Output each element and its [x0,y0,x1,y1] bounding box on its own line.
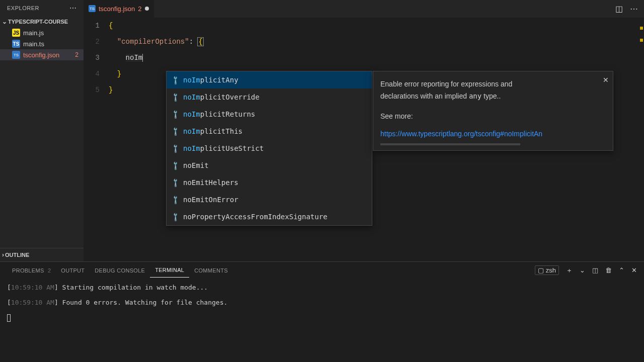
line-number: 2 [84,34,100,50]
autocomplete-label: noEmitOnError [183,194,238,205]
doc-see-more: See more: [380,111,606,123]
file-name: main.js [23,29,44,37]
file-item-tsconfig[interactable]: TS tsconfig.json 2 [0,49,84,60]
autocomplete-item[interactable]: 🔧 noPropertyAccessFromIndexSignature [167,208,372,225]
panel-actions: ▢ zsh ＋ ⌄ ◫ 🗑 ⌃ ✕ [535,265,637,275]
autocomplete-label: noEmit [183,160,209,171]
property-icon: 🔧 [169,210,182,223]
autocomplete-item[interactable]: 🔧 noImplicitThis [167,123,372,140]
split-terminal-icon[interactable]: ◫ [592,266,598,274]
sidebar: EXPLORER ⋯ ⌄ TYPESCRIPT-COURSE JS main.j… [0,0,84,261]
autocomplete-item[interactable]: 🔧 noEmit [167,157,372,174]
scrollbar[interactable] [638,18,644,261]
code-editor[interactable]: 1 2 3 4 5 { "compilerOptions": { noIm } … [84,18,644,261]
outline-header[interactable]: › OUTLINE [0,248,84,261]
kill-terminal-icon[interactable]: 🗑 [605,266,612,274]
line-number: 5 [84,82,100,98]
tab-label: tsconfig.json [99,5,135,13]
code-text: { [109,22,113,30]
code-text: "compilerOptions" [117,38,189,46]
new-terminal-icon[interactable]: ＋ [566,266,573,275]
close-panel-icon[interactable]: ✕ [631,266,637,274]
dirty-indicator-icon [145,7,149,11]
tab-tsconfig[interactable]: TS tsconfig.json 2 [84,0,154,18]
editor-actions: ◫ ⋯ [615,0,644,18]
terminal-line: [10:59:10 AM] Starting compilation in wa… [7,282,637,294]
panel-tab-comments[interactable]: COMMENTS [189,263,233,278]
code-text [109,54,126,62]
chevron-right-icon: › [2,251,4,258]
autocomplete-item[interactable]: 🔧 noImplicitAny [167,71,372,88]
property-icon: 🔧 [169,176,182,189]
autocomplete-label: noImplicitUseStrict [183,143,264,154]
doc-text: Enable error reporting for expressions a… [380,78,606,103]
file-name: tsconfig.json [23,51,59,59]
doc-link[interactable]: https://www.typescriptlang.org/tsconfig#… [380,130,542,138]
panel-tab-problems[interactable]: PROBLEMS 2 [7,263,56,278]
file-item-main-js[interactable]: JS main.js [0,27,84,38]
more-actions-icon[interactable]: ⋯ [630,4,638,14]
property-icon: 🔧 [169,108,182,121]
explorer-header: EXPLORER ⋯ [0,0,84,16]
terminal-line: [10:59:10 AM] Found 0 errors. Watching f… [7,297,637,309]
code-text: noIm [126,54,143,62]
property-icon: 🔧 [169,90,182,104]
line-number: 3 [84,50,100,66]
line-number: 1 [84,18,100,34]
autocomplete-label: noEmitHelpers [183,177,238,188]
autocomplete-item[interactable]: 🔧 noImplicitReturns [167,106,372,123]
code-text: } [109,86,113,94]
gutter: 1 2 3 4 5 [84,18,109,261]
folder-header[interactable]: ⌄ TYPESCRIPT-COURSE [0,16,84,27]
shell-name: zsh [546,266,556,274]
panel-tabs: PROBLEMS 2 OUTPUT DEBUG CONSOLE TERMINAL… [0,262,644,279]
property-icon: 🔧 [169,73,182,86]
property-icon: 🔧 [169,159,182,172]
line-number: 4 [84,66,100,82]
maximize-panel-icon[interactable]: ⌃ [619,266,624,274]
code-text: } [109,70,121,78]
problems-count: 2 [48,267,51,274]
autocomplete-item[interactable]: 🔧 noImplicitOverride [167,88,372,106]
doc-scrollbar[interactable] [380,143,520,145]
autocomplete-label: noPropertyAccessFromIndexSignature [183,211,328,222]
file-item-main-ts[interactable]: TS main.ts [0,38,84,49]
tab-bar: TS tsconfig.json 2 ◫ ⋯ [84,0,644,18]
doc-popup: ✕ Enable error reporting for expressions… [373,71,613,151]
js-file-icon: JS [12,29,20,37]
ts-file-icon: TS [12,40,20,48]
chevron-down-icon: ⌄ [2,18,7,25]
autocomplete-label: noImplicitReturns [183,109,255,120]
terminal-dropdown-icon[interactable]: ⌄ [580,266,585,274]
explorer-title: EXPLORER [7,5,39,11]
autocomplete-label: noImplicitAny [183,74,238,85]
outline-label: OUTLINE [5,252,29,258]
shell-selector[interactable]: ▢ zsh [535,265,559,275]
more-icon[interactable]: ⋯ [69,4,77,12]
autocomplete-item[interactable]: 🔧 noImplicitUseStrict [167,140,372,157]
folder-name: TYPESCRIPT-COURSE [8,19,68,25]
autocomplete-item[interactable]: 🔧 noEmitHelpers [167,174,372,191]
property-icon: 🔧 [169,193,182,206]
code-lines: { "compilerOptions": { noIm } } 🔧 noImpl… [109,18,644,261]
json-file-icon: TS [89,5,96,12]
autocomplete-label: noImplicitThis [183,126,243,137]
code-text: : [189,38,198,46]
autocomplete-popup: 🔧 noImplicitAny 🔧 noImplicitOverride 🔧 n… [166,71,372,226]
autocomplete-item[interactable]: 🔧 noEmitOnError [167,191,372,208]
terminal[interactable]: [10:59:10 AM] Starting compilation in wa… [0,279,644,362]
panel-tab-output[interactable]: OUTPUT [56,263,90,278]
code-text: { [197,37,203,46]
close-icon[interactable]: ✕ [603,74,609,86]
terminal-prompt [7,312,637,324]
problems-badge: 2 [75,51,78,58]
property-icon: 🔧 [169,142,182,155]
panel-tab-terminal[interactable]: TERMINAL [150,263,189,278]
terminal-icon: ▢ [538,266,544,274]
panel-tab-debug[interactable]: DEBUG CONSOLE [90,263,150,278]
file-tree: JS main.js TS main.ts TS tsconfig.json 2 [0,27,84,248]
json-file-icon: TS [12,51,20,59]
file-name: main.ts [23,40,44,48]
editor-area: TS tsconfig.json 2 ◫ ⋯ 1 2 3 4 5 { "comp… [84,0,644,261]
split-editor-icon[interactable]: ◫ [615,4,623,14]
